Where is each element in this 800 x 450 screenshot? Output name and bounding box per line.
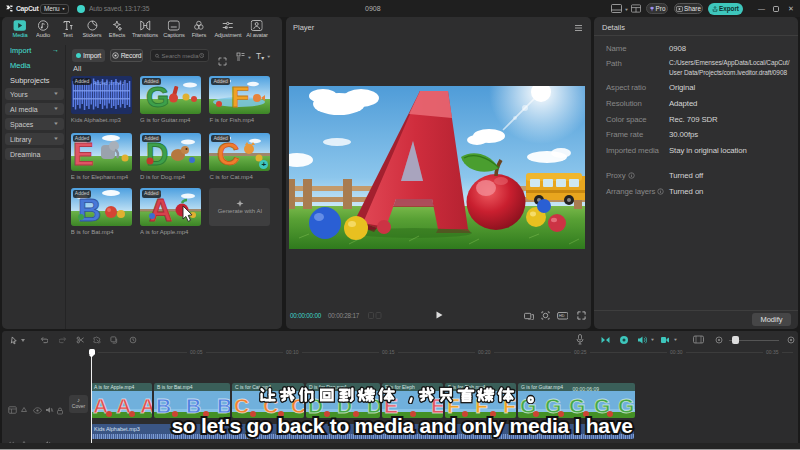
svg-text:HD: HD: [559, 314, 565, 318]
svg-text:F: F: [231, 80, 249, 113]
svg-text:Added to the t: Added to the t: [93, 80, 125, 86]
